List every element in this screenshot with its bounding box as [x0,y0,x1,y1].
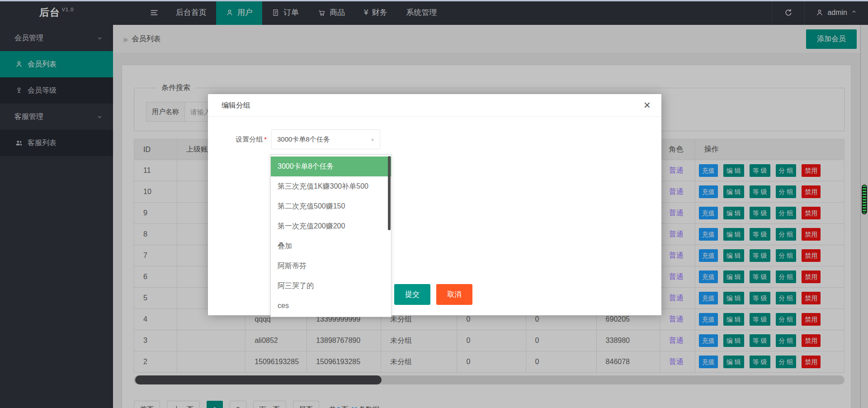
browser-edge [0,0,868,1]
select-option[interactable]: 叠加 [271,236,391,256]
modal-title: 编辑分组 [222,101,250,109]
group-select-label: 设置分组* [222,135,267,144]
required-asterisk: * [264,135,267,143]
select-option[interactable]: 第一次充值200赚200 [271,216,391,236]
vertical-scrollbar-thumb[interactable] [862,185,867,214]
modal-form-row: 设置分组* 3000卡单8个任务 ▲ [222,129,661,149]
modal-close-button[interactable]: × [644,94,651,116]
cancel-button[interactable]: 取消 [436,284,472,305]
vertical-scrollbar[interactable] [860,25,868,408]
select-option[interactable]: 第二次充值500赚150 [271,196,391,216]
modal-buttons: 提交 取消 [394,284,472,305]
group-select-dropdown: 3000卡单8个任务第三次充值1K赚300补单500第二次充值500赚150第一… [270,154,392,317]
app-root: 后台 V1.0 后台首页用户订单商品¥财务系统管理 admin 会员管理会员列表… [0,0,868,408]
modal-header: 编辑分组 × [208,94,661,117]
group-select[interactable]: 3000卡单8个任务 ▲ [271,129,380,149]
submit-button[interactable]: 提交 [394,284,430,305]
select-option[interactable]: ces [271,296,391,316]
group-select-value: 3000卡单8个任务 [277,135,330,143]
select-option[interactable]: 第三次充值1K赚300补单500 [271,176,391,196]
select-option[interactable]: 3000卡单8个任务 [271,157,391,176]
dropdown-scrollbar-thumb[interactable] [388,156,391,230]
select-option[interactable]: 阿三哭了的 [271,276,391,296]
select-option[interactable]: 阿斯蒂芬 [271,256,391,276]
select-arrow-icon: ▲ [370,130,375,149]
